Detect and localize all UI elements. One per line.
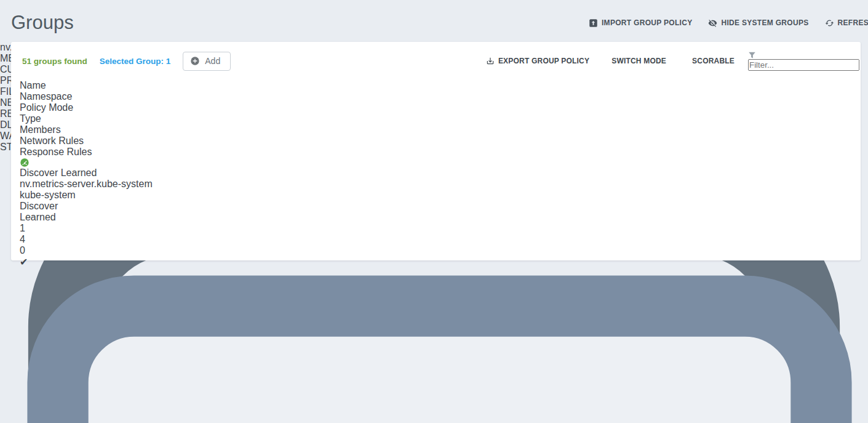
column-header-type[interactable]: Type: [20, 113, 859, 124]
group-details-icon[interactable]: [20, 268, 859, 423]
policy-mode-button: Discover: [20, 167, 58, 178]
groups-found-count: 51 groups found: [22, 57, 87, 66]
column-header-response-rules[interactable]: Response Rules: [20, 147, 859, 158]
eye-off-icon: [708, 18, 717, 28]
page-title: Groups: [11, 12, 74, 34]
selected-group-count: Selected Group: 1: [100, 57, 171, 66]
export-group-policy-button[interactable]: EXPORT GROUP POLICY: [486, 57, 598, 65]
column-header-namespace[interactable]: Namespace: [20, 91, 859, 102]
column-header-scorable: [20, 158, 859, 167]
export-icon: [486, 57, 495, 65]
gauge-icon: [20, 158, 859, 167]
header-actions: IMPORT GROUP POLICY HIDE SYSTEM GROUPS R…: [589, 18, 868, 28]
group-name: nv.metrics-server.kube-system: [20, 179, 859, 190]
filter-funnel-icon: [748, 51, 859, 59]
import-icon: [589, 18, 598, 28]
add-group-label: Add: [205, 56, 220, 66]
column-header-network-rules[interactable]: Network Rules: [20, 135, 859, 147]
type-badge: Learned: [61, 167, 97, 178]
switch-mode-label: SWITCH MODE: [611, 57, 666, 65]
column-header-name[interactable]: Name: [20, 80, 859, 91]
response-rules-count: 0: [20, 245, 859, 256]
groups-toolbar: 51 groups found Selected Group: 1 Add EX…: [20, 42, 859, 80]
import-label: IMPORT GROUP POLICY: [602, 18, 693, 27]
groups-filter: [748, 51, 859, 71]
network-rules-count: 4: [20, 234, 859, 245]
groups-card: 51 groups found Selected Group: 1 Add EX…: [11, 42, 861, 260]
export-group-policy-label: EXPORT GROUP POLICY: [498, 57, 589, 65]
scorable-toggle[interactable]: SCORABLE: [688, 57, 735, 65]
switch-mode-button[interactable]: SWITCH MODE: [611, 57, 675, 65]
table-row[interactable]: nv.metrics-server.kube-system kube-syste…: [20, 179, 859, 423]
type-badge: Learned: [20, 212, 56, 222]
add-group-button[interactable]: Add: [183, 52, 231, 71]
clipped-row: Discover Learned: [20, 167, 859, 179]
group-namespace: kube-system: [20, 190, 859, 201]
refresh-button[interactable]: REFRESH: [825, 18, 868, 28]
column-header-policy-mode[interactable]: Policy Mode: [20, 102, 859, 113]
groups-filter-input[interactable]: [748, 59, 859, 71]
add-circle-icon: [190, 56, 200, 66]
hide-system-groups-label: HIDE SYSTEM GROUPS: [721, 18, 808, 27]
refresh-icon: [825, 18, 834, 28]
policy-mode-button[interactable]: Discover: [20, 201, 58, 211]
scorable-label: SCORABLE: [692, 57, 735, 65]
column-header-members[interactable]: Members: [20, 124, 859, 135]
groups-table-header: Name Namespace Policy Mode Type Members …: [20, 80, 859, 167]
hide-system-groups-button[interactable]: HIDE SYSTEM GROUPS: [708, 18, 808, 28]
scorable-check-icon: ✔: [20, 257, 28, 267]
members-count: 1: [20, 223, 859, 234]
page-header: Groups IMPORT GROUP POLICY HIDE SYSTEM G…: [0, 0, 868, 42]
import-group-policy-button[interactable]: IMPORT GROUP POLICY: [589, 18, 693, 28]
refresh-label: REFRESH: [838, 18, 868, 27]
